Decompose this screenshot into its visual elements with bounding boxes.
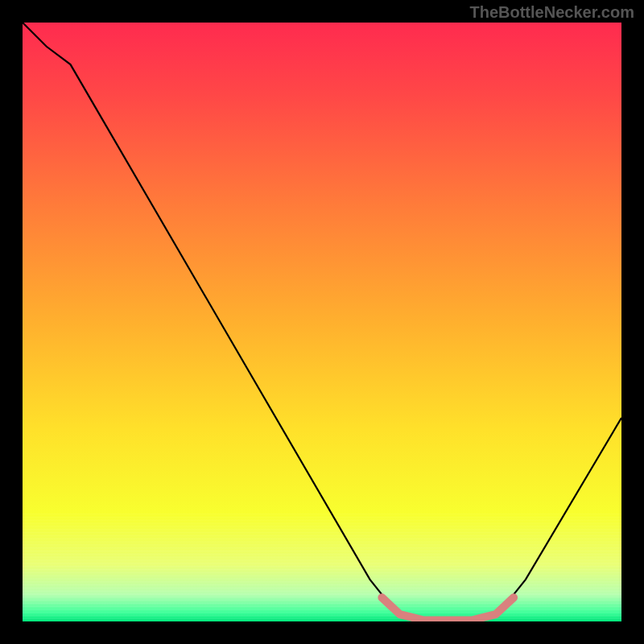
svg-rect-21 xyxy=(23,578,621,579)
svg-rect-27 xyxy=(23,597,621,597)
svg-rect-5 xyxy=(23,529,621,530)
svg-rect-22 xyxy=(23,581,621,582)
svg-rect-19 xyxy=(23,572,621,573)
svg-rect-33 xyxy=(23,615,621,616)
svg-rect-29 xyxy=(23,603,621,604)
svg-rect-31 xyxy=(23,609,621,610)
svg-rect-20 xyxy=(23,576,621,576)
svg-rect-34 xyxy=(23,618,621,619)
svg-rect-17 xyxy=(23,566,621,567)
svg-rect-13 xyxy=(23,554,621,555)
watermark-text: TheBottleNecker.com xyxy=(469,3,634,22)
svg-rect-0 xyxy=(23,514,621,514)
chart-svg xyxy=(23,23,621,621)
svg-rect-12 xyxy=(23,551,621,551)
svg-rect-6 xyxy=(23,532,621,533)
svg-rect-32 xyxy=(23,613,621,613)
svg-rect-25 xyxy=(23,591,621,592)
svg-rect-14 xyxy=(23,557,621,558)
svg-rect-9 xyxy=(23,542,621,543)
svg-rect-15 xyxy=(23,559,621,560)
svg-rect-4 xyxy=(23,526,621,526)
svg-rect-30 xyxy=(23,606,621,607)
svg-rect-2 xyxy=(23,520,621,521)
svg-rect-28 xyxy=(23,600,621,601)
svg-rect-3 xyxy=(23,523,621,524)
svg-rect-24 xyxy=(23,588,621,588)
svg-rect-8 xyxy=(23,539,621,539)
chart-frame xyxy=(23,23,621,621)
svg-rect-10 xyxy=(23,544,621,545)
svg-rect-11 xyxy=(23,547,621,548)
svg-rect-1 xyxy=(23,517,621,518)
svg-rect-7 xyxy=(23,535,621,536)
svg-rect-16 xyxy=(23,563,621,564)
svg-rect-26 xyxy=(23,594,621,595)
svg-rect-23 xyxy=(23,584,621,585)
gradient-background xyxy=(23,23,621,621)
